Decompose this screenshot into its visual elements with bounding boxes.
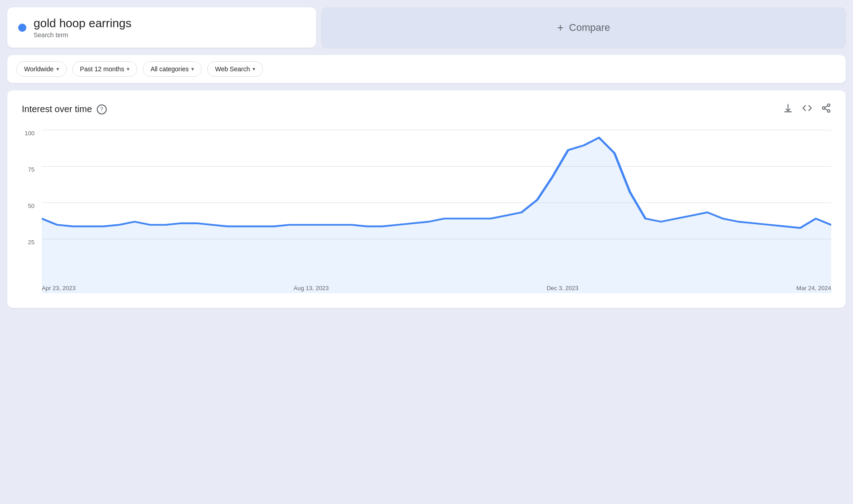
filters-card: Worldwide ▾ Past 12 months ▾ All categor… bbox=[7, 55, 846, 83]
search-term-card: gold hoop earrings Search term bbox=[7, 7, 316, 48]
compare-label: Compare bbox=[569, 22, 610, 34]
filter-category-label: All categories bbox=[150, 65, 188, 73]
svg-line-5 bbox=[825, 106, 828, 108]
y-label-50: 50 bbox=[22, 203, 38, 209]
x-label-apr: Apr 23, 2023 bbox=[42, 285, 75, 292]
x-label-aug: Aug 13, 2023 bbox=[293, 285, 328, 292]
filter-timerange-label: Past 12 months bbox=[80, 65, 124, 73]
filter-category[interactable]: All categories ▾ bbox=[143, 61, 202, 77]
filter-timerange[interactable]: Past 12 months ▾ bbox=[72, 61, 137, 77]
help-icon[interactable]: ? bbox=[97, 104, 107, 114]
search-text-area: gold hoop earrings Search term bbox=[34, 16, 131, 39]
x-label-mar: Mar 24, 2024 bbox=[796, 285, 831, 292]
chart-title-area: Interest over time ? bbox=[22, 104, 107, 114]
embed-icon[interactable] bbox=[802, 103, 812, 115]
filter-location-label: Worldwide bbox=[24, 65, 54, 73]
share-icon[interactable] bbox=[821, 103, 831, 115]
compare-card[interactable]: + Compare bbox=[322, 7, 846, 48]
y-label-100: 100 bbox=[22, 130, 38, 137]
x-label-dec: Dec 3, 2023 bbox=[546, 285, 578, 292]
chevron-down-icon: ▾ bbox=[127, 66, 129, 72]
y-axis-labels: 100 75 50 25 bbox=[22, 130, 38, 293]
x-axis-labels: Apr 23, 2023 Aug 13, 2023 Dec 3, 2023 Ma… bbox=[42, 275, 831, 293]
filter-searchtype-label: Web Search bbox=[215, 65, 250, 73]
chevron-down-icon: ▾ bbox=[191, 66, 194, 72]
chart-area: 100 75 50 25 Apr 23, 2023 Aug 13, 20 bbox=[22, 130, 831, 293]
chevron-down-icon: ▾ bbox=[56, 66, 59, 72]
chart-actions bbox=[783, 103, 831, 115]
search-dot bbox=[18, 24, 26, 32]
filter-searchtype[interactable]: Web Search ▾ bbox=[207, 61, 263, 77]
filter-location[interactable]: Worldwide ▾ bbox=[16, 61, 67, 77]
search-term-subtitle: Search term bbox=[34, 31, 131, 39]
line-chart-svg bbox=[42, 130, 831, 293]
chart-header: Interest over time ? bbox=[22, 103, 831, 115]
chart-card: Interest over time ? bbox=[7, 90, 846, 308]
download-icon[interactable] bbox=[783, 103, 793, 115]
y-label-75: 75 bbox=[22, 166, 38, 173]
y-label-25: 25 bbox=[22, 239, 38, 246]
search-term-title: gold hoop earrings bbox=[34, 16, 131, 30]
top-row: gold hoop earrings Search term + Compare bbox=[7, 7, 846, 48]
svg-line-4 bbox=[825, 109, 828, 110]
compare-plus-icon: + bbox=[557, 21, 564, 34]
chart-title: Interest over time bbox=[22, 104, 92, 114]
chevron-down-icon: ▾ bbox=[253, 66, 255, 72]
chart-content: Apr 23, 2023 Aug 13, 2023 Dec 3, 2023 Ma… bbox=[42, 130, 831, 293]
